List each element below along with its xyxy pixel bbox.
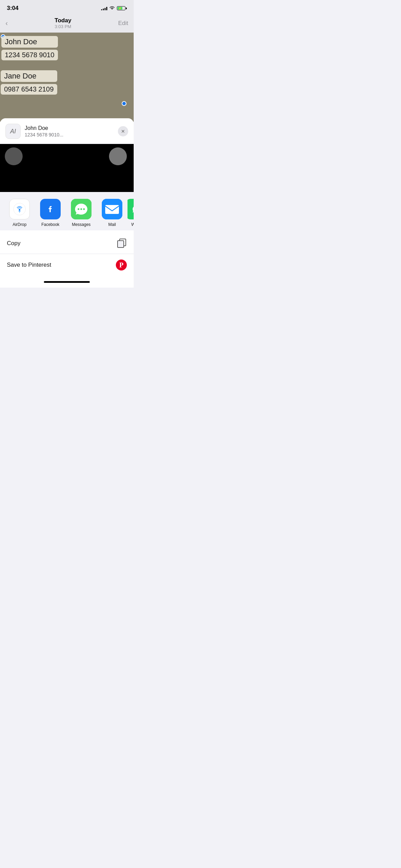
nav-title-main: Today — [54, 17, 71, 24]
share-item-mail[interactable]: Mail — [97, 199, 127, 227]
contact1-phone: 1234 5678 9010 — [1, 50, 58, 60]
svg-point-6 — [81, 208, 82, 210]
ai-contact-phone: 1234 5678 9010... — [25, 132, 114, 137]
share-label-mail: Mail — [108, 222, 116, 227]
home-bar — [44, 281, 90, 283]
contact-group-1: John Doe 1234 5678 9010 — [1, 36, 58, 60]
nav-bar: ‹ Today 3:03 PM Edit — [0, 14, 134, 33]
share-item-facebook[interactable]: Facebook — [35, 199, 66, 227]
share-row: AirDrop Facebook — [0, 192, 134, 230]
svg-rect-9 — [105, 205, 119, 214]
save-to-pinterest-label: Save to Pinterest — [7, 262, 51, 268]
ai-contact-name: John Doe — [25, 125, 114, 131]
image-area: John Doe 1234 5678 9010 Jane Doe 0987 65… — [0, 33, 134, 122]
action-rows: Copy Save to Pinterest P — [0, 233, 134, 276]
copy-icon — [117, 239, 127, 248]
mail-icon — [102, 199, 122, 219]
avatar-1 — [5, 147, 23, 165]
ai-text-info: John Doe 1234 5678 9010... — [25, 125, 114, 137]
status-time: 3:04 — [7, 5, 19, 12]
share-item-whatsapp[interactable]: Wh... — [127, 199, 134, 227]
ai-detected-header: AI John Doe 1234 5678 9010... ✕ — [0, 118, 134, 144]
back-button[interactable]: ‹ — [5, 19, 8, 27]
svg-point-1 — [19, 209, 21, 210]
pinterest-icon: P — [116, 260, 127, 270]
share-section: AirDrop Facebook — [0, 192, 134, 230]
facebook-icon — [40, 199, 61, 219]
share-label-whatsapp: Wh... — [131, 222, 134, 227]
nav-title: Today 3:03 PM — [54, 17, 71, 29]
selection-dot-bottom-right — [122, 101, 126, 106]
share-panel: AI John Doe 1234 5678 9010... ✕ — [0, 118, 134, 288]
wifi-icon — [109, 5, 115, 11]
share-item-messages[interactable]: Messages — [66, 199, 97, 227]
share-label-airdrop: AirDrop — [13, 222, 27, 227]
battery-icon: ⚡ — [117, 6, 127, 10]
signal-icon — [101, 6, 107, 10]
share-label-messages: Messages — [72, 222, 91, 227]
ai-close-button[interactable]: ✕ — [118, 126, 128, 136]
share-item-airdrop[interactable]: AirDrop — [4, 199, 35, 227]
status-icons: ⚡ — [101, 5, 127, 11]
whatsapp-icon — [127, 199, 134, 219]
home-indicator — [0, 276, 134, 288]
copy-rect-front — [117, 240, 124, 248]
contact2-name: Jane Doe — [1, 70, 57, 82]
messages-icon — [71, 199, 92, 219]
ai-icon: AI — [5, 124, 21, 139]
svg-point-5 — [78, 208, 80, 210]
contact1-name: John Doe — [1, 36, 58, 48]
nav-title-sub: 3:03 PM — [54, 24, 71, 29]
share-label-facebook: Facebook — [41, 222, 60, 227]
contact2-phone: 0987 6543 2109 — [1, 84, 57, 95]
status-bar: 3:04 ⚡ — [0, 0, 134, 14]
svg-point-7 — [83, 208, 85, 210]
edit-button[interactable]: Edit — [118, 20, 128, 27]
copy-action[interactable]: Copy — [0, 233, 134, 254]
copy-label: Copy — [7, 240, 21, 247]
pinterest-p: P — [119, 261, 123, 269]
save-to-pinterest-action[interactable]: Save to Pinterest P — [0, 254, 134, 276]
close-icon: ✕ — [121, 129, 125, 134]
ai-icon-label: AI — [10, 128, 16, 135]
airdrop-icon — [9, 199, 30, 219]
avatar-2 — [109, 147, 127, 165]
contact-group-2: Jane Doe 0987 6543 2109 — [1, 70, 57, 95]
contact-previews-area — [0, 144, 134, 192]
